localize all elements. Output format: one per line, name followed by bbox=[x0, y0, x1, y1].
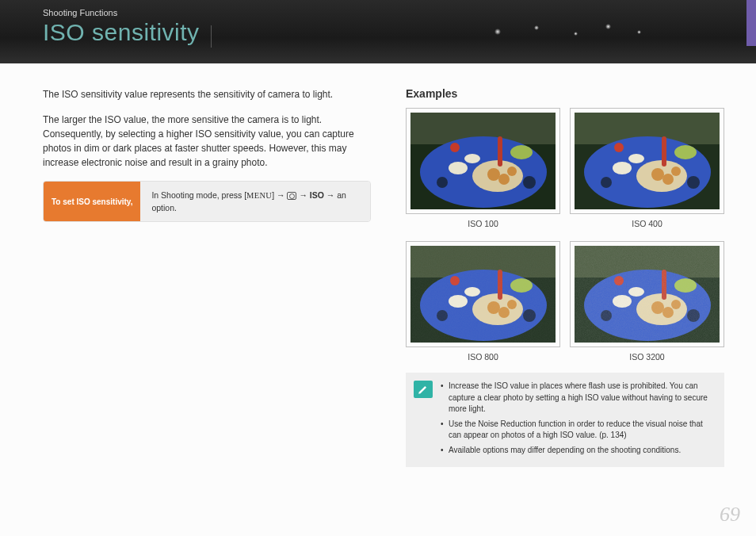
example-grid: ISO 100 bbox=[406, 108, 724, 362]
tip-item: Use the Noise Reduction function in orde… bbox=[441, 419, 715, 442]
instruction-steps: In Shooting mode, press [MENU] → → ISO →… bbox=[140, 182, 370, 221]
svg-point-4 bbox=[487, 168, 500, 181]
instruction-callout: To set ISO sensitivity, In Shooting mode… bbox=[43, 181, 371, 222]
example-image bbox=[410, 246, 556, 343]
tip-callout: Increase the ISO value in places where f… bbox=[406, 373, 724, 467]
intro-paragraph-2: The larger the ISO value, the more sensi… bbox=[43, 113, 371, 170]
page-number: 69 bbox=[720, 503, 740, 526]
example-thumb: ISO 400 bbox=[570, 108, 724, 228]
instruction-text-prefix: In Shooting mode, press [ bbox=[151, 190, 246, 200]
instruction-label: To set ISO sensitivity, bbox=[44, 182, 140, 221]
example-caption: ISO 3200 bbox=[570, 352, 724, 362]
svg-point-18 bbox=[651, 168, 664, 181]
svg-point-22 bbox=[628, 154, 644, 163]
svg-point-6 bbox=[507, 167, 517, 176]
arrow-icon: → bbox=[277, 190, 285, 200]
example-caption: ISO 800 bbox=[406, 352, 560, 362]
page-header: Shooting Functions ISO sensitivity bbox=[0, 0, 756, 63]
note-icon bbox=[414, 381, 433, 398]
left-column: The ISO sensitivity value represents the… bbox=[43, 87, 371, 467]
svg-point-25 bbox=[674, 145, 697, 159]
svg-point-24 bbox=[614, 143, 624, 152]
svg-point-26 bbox=[687, 176, 700, 189]
svg-point-12 bbox=[523, 176, 536, 189]
example-image bbox=[410, 113, 556, 209]
svg-point-7 bbox=[449, 162, 468, 174]
camera-icon bbox=[287, 192, 296, 200]
iso-label: ISO bbox=[310, 190, 324, 200]
svg-point-21 bbox=[613, 162, 632, 174]
svg-rect-57 bbox=[575, 246, 720, 343]
svg-rect-42 bbox=[410, 246, 556, 343]
tip-list: Increase the ISO value in places where f… bbox=[441, 381, 715, 459]
example-caption: ISO 400 bbox=[570, 219, 724, 228]
example-image-frame bbox=[570, 108, 724, 214]
page-content: The ISO sensitivity value represents the… bbox=[0, 63, 756, 467]
example-image bbox=[575, 246, 720, 343]
arrow-icon: → bbox=[299, 190, 307, 200]
example-image-frame bbox=[406, 108, 560, 214]
tip-item: Increase the ISO value in places where f… bbox=[441, 381, 715, 415]
menu-button-label: MENU bbox=[246, 191, 272, 200]
svg-point-8 bbox=[464, 154, 480, 163]
example-image-frame bbox=[406, 241, 560, 347]
svg-point-10 bbox=[450, 143, 460, 152]
svg-point-20 bbox=[671, 167, 681, 176]
svg-point-19 bbox=[662, 174, 674, 185]
svg-point-27 bbox=[601, 177, 612, 188]
examples-heading: Examples bbox=[406, 87, 724, 100]
example-image-frame bbox=[570, 241, 724, 347]
example-thumb: ISO 800 bbox=[406, 241, 560, 362]
breadcrumb: Shooting Functions bbox=[43, 8, 756, 17]
example-thumb: ISO 100 bbox=[406, 108, 560, 228]
tip-item: Available options may differ depending o… bbox=[441, 445, 715, 457]
right-column: Examples bbox=[406, 87, 724, 467]
example-caption: ISO 100 bbox=[406, 219, 560, 228]
svg-point-11 bbox=[510, 145, 533, 159]
svg-point-5 bbox=[498, 174, 510, 185]
page-title: ISO sensitivity bbox=[43, 19, 756, 46]
intro-paragraph-1: The ISO sensitivity value represents the… bbox=[43, 87, 371, 101]
arrow-icon: → bbox=[326, 190, 335, 200]
svg-rect-23 bbox=[662, 136, 666, 167]
example-thumb: ISO 3200 bbox=[570, 241, 724, 362]
example-image bbox=[575, 113, 720, 209]
svg-point-13 bbox=[437, 177, 448, 188]
svg-rect-9 bbox=[498, 136, 502, 167]
